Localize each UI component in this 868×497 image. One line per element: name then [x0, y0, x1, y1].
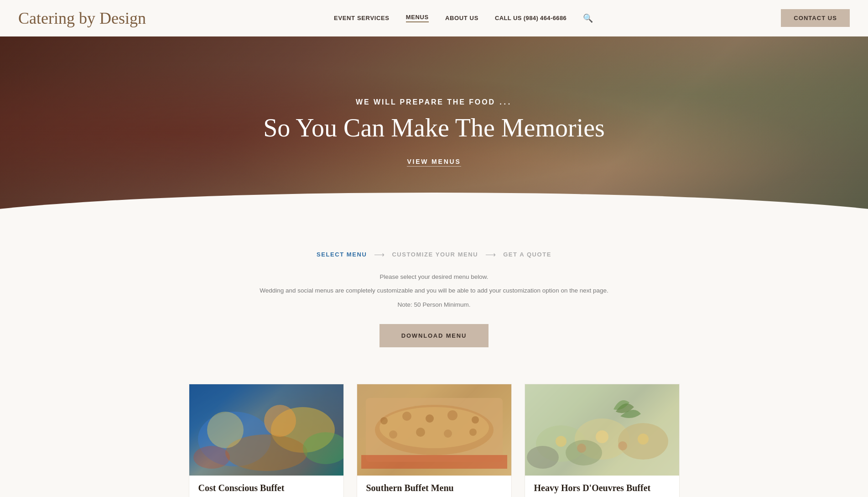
svg-point-16	[447, 410, 457, 420]
card-body-2: Southern Buffet Menu $50.00	[357, 476, 511, 497]
svg-point-30	[638, 434, 649, 445]
svg-point-32	[618, 441, 627, 450]
svg-point-11	[379, 407, 489, 448]
download-menu-button[interactable]: DOWNLOAD MENU	[379, 324, 489, 347]
nav-event-services[interactable]: EVENT SERVICES	[334, 15, 390, 21]
contact-button[interactable]: CONTACT US	[781, 9, 850, 27]
arrow-2: ⟶	[485, 250, 496, 259]
card-title-1: Cost Conscious Buffet	[198, 483, 334, 493]
svg-point-29	[596, 430, 608, 443]
nav-phone: CALL US (984) 464-6686	[495, 15, 567, 21]
svg-point-5	[264, 405, 296, 437]
svg-point-17	[472, 416, 479, 424]
nav-menus[interactable]: MENUS	[406, 14, 429, 22]
svg-point-20	[444, 429, 452, 438]
menu-description-2: Wedding and social menus are completely …	[18, 285, 850, 296]
menu-card-2[interactable]: Southern Buffet Menu $50.00	[357, 384, 512, 497]
menu-description-1: Please select your desired menu below.	[18, 272, 850, 283]
steps-breadcrumb: SELECT MENU ⟶ CUSTOMIZE YOUR MENU ⟶ GET …	[18, 250, 850, 259]
svg-point-26	[527, 446, 559, 469]
card-body-3: Heavy Hors D'Oeuvres Buffet $52.00	[525, 476, 679, 497]
hero-subtitle: WE WILL PREPARE THE FOOD	[356, 98, 512, 106]
menu-card-3[interactable]: Heavy Hors D'Oeuvres Buffet $52.00	[525, 384, 680, 497]
menu-card-1[interactable]: Cost Conscious Buffet $46.00	[189, 384, 344, 497]
step-get-quote: GET A QUOTE	[503, 251, 551, 258]
svg-point-15	[426, 414, 434, 423]
svg-point-28	[556, 436, 567, 447]
svg-point-19	[416, 428, 425, 437]
svg-point-7	[193, 446, 230, 469]
svg-rect-12	[361, 455, 507, 469]
step-customize-menu: CUSTOMIZE YOUR MENU	[392, 251, 478, 258]
svg-point-18	[389, 430, 397, 439]
svg-point-4	[207, 412, 244, 448]
svg-point-31	[577, 444, 586, 453]
card-title-3: Heavy Hors D'Oeuvres Buffet	[534, 483, 670, 493]
main-nav: EVENT SERVICES MENUS ABOUT US CALL US (9…	[334, 13, 593, 23]
card-image-3	[525, 384, 679, 476]
card-title-2: Southern Buffet Menu	[366, 483, 502, 493]
hero-section: WE WILL PREPARE THE FOOD So You Can Make…	[0, 37, 868, 228]
svg-point-21	[469, 429, 477, 436]
view-menus-link[interactable]: VIEW MENUS	[407, 158, 461, 167]
hero-title: So You Can Make The Memories	[263, 113, 605, 143]
card-image-2	[357, 384, 511, 476]
card-image-1	[189, 384, 343, 476]
menu-cards-section: Cost Conscious Buffet $46.00	[0, 366, 868, 497]
menu-description-3: Note: 50 Person Minimum.	[18, 299, 850, 310]
arrow-1: ⟶	[374, 250, 385, 259]
menu-selector-section: SELECT MENU ⟶ CUSTOMIZE YOUR MENU ⟶ GET …	[0, 228, 868, 366]
logo[interactable]: Catering by Design	[18, 9, 146, 28]
search-icon[interactable]: 🔍	[583, 13, 593, 23]
header: Catering by Design EVENT SERVICES MENUS …	[0, 0, 868, 37]
card-body-1: Cost Conscious Buffet $46.00	[189, 476, 343, 497]
svg-point-14	[402, 412, 411, 421]
step-select-menu[interactable]: SELECT MENU	[317, 251, 367, 258]
svg-point-27	[566, 440, 602, 466]
svg-point-13	[380, 417, 388, 424]
nav-about-us[interactable]: ABOUT US	[445, 15, 478, 21]
